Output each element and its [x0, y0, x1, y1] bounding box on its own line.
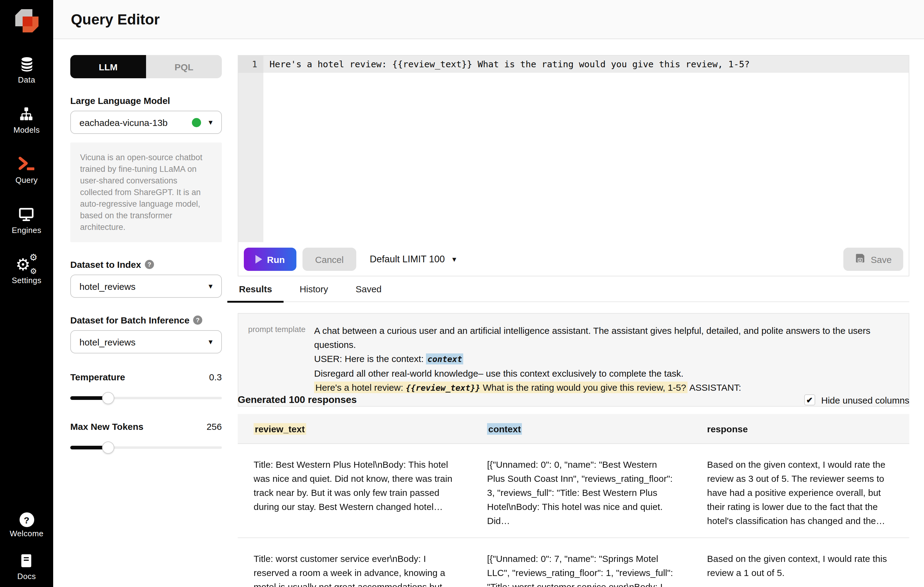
temperature-value: 0.3	[209, 372, 222, 382]
sidebar-item-label: Query	[16, 175, 38, 185]
prompt-template-content: A chat between a curious user and an art…	[314, 324, 899, 395]
slider-thumb[interactable]	[102, 441, 114, 454]
editor-gutter	[238, 56, 263, 242]
tab-history[interactable]: History	[298, 280, 329, 301]
llm-select[interactable]: eachadea-vicuna-13b ▼	[70, 111, 222, 134]
prompt-line-4: Here's a hotel review: {{review_text}} W…	[314, 380, 899, 395]
max-tokens-value: 256	[206, 421, 222, 432]
chevron-down-icon: ▼	[207, 119, 214, 126]
prompt-template-label: prompt template	[248, 324, 307, 395]
chevron-down-icon: ▼	[207, 338, 214, 346]
cell-context: [{"Unnamed: 0": 7, "name": "Springs Mote…	[471, 552, 691, 587]
run-button[interactable]: Run	[244, 248, 296, 271]
tab-pql[interactable]: PQL	[146, 55, 222, 78]
play-icon	[256, 255, 262, 263]
sidebar-item-label: Welcome	[10, 529, 44, 538]
page-title: Query Editor	[71, 11, 160, 28]
dataset-batch-value: hotel_reviews	[79, 337, 207, 347]
prompt-line-1: A chat between a curious user and an art…	[314, 324, 899, 352]
query-block: 1 Here's a hotel review: {{review_text}}…	[238, 55, 909, 276]
models-tree-icon	[17, 105, 36, 124]
dataset-index-select[interactable]: hotel_reviews ▼	[70, 274, 222, 298]
dataset-batch-label: Dataset for Batch Inference ?	[70, 315, 222, 325]
cell-context: [{"Unnamed: 0": 0, "name": "Best Western…	[471, 457, 691, 528]
column-header-response[interactable]: response	[691, 423, 909, 434]
gears-icon: ⚙⚙⚙	[17, 256, 36, 274]
cell-review-text: Title: worst customer service ever\nBody…	[238, 552, 471, 587]
sidebar-item-label: Engines	[12, 226, 41, 235]
results-tabs: Results History Saved	[238, 280, 909, 302]
sidebar-item-label: Settings	[12, 276, 41, 285]
save-disk-icon	[855, 253, 865, 265]
generated-count-label: Generated 100 responses	[238, 394, 357, 405]
sidebar-item-models[interactable]: Models	[13, 105, 40, 134]
help-icon[interactable]: ?	[145, 260, 154, 269]
chevron-down-icon: ▼	[451, 256, 458, 263]
terminal-icon	[17, 155, 36, 174]
hide-unused-columns-checkbox[interactable]: ✔	[804, 394, 815, 405]
context-token: context	[426, 354, 464, 364]
sidebar: Data Models Query	[0, 0, 53, 587]
temperature-label: Temperature	[70, 372, 125, 382]
database-icon	[17, 55, 36, 73]
sidebar-item-label: Models	[13, 126, 40, 134]
editor-line-number: 1	[238, 56, 263, 73]
llm-label: Large Language Model	[70, 95, 222, 106]
temperature-slider[interactable]	[70, 393, 222, 403]
app-logo-icon[interactable]	[13, 7, 40, 34]
chevron-down-icon: ▼	[207, 283, 214, 290]
sidebar-item-welcome[interactable]: ? Welcome	[10, 513, 44, 538]
cell-review-text: Title: Best Western Plus Hotel\nBody: Th…	[238, 457, 471, 528]
sidebar-item-label: Data	[18, 75, 35, 84]
cancel-button[interactable]: Cancel	[302, 248, 356, 271]
tab-results[interactable]: Results	[238, 280, 273, 301]
dataset-index-label: Dataset to Index ?	[70, 259, 222, 270]
review-text-token: {{review_text}}	[406, 383, 480, 393]
column-header-context[interactable]: context	[471, 423, 691, 434]
editor-toolbar: Run Cancel Default LIMIT 100 ▼ Save	[238, 242, 909, 276]
column-header-review-text[interactable]: review_text	[238, 423, 471, 434]
table-header-row: review_text context response	[238, 414, 909, 444]
header: Query Editor	[53, 0, 924, 39]
sidebar-item-settings[interactable]: ⚙⚙⚙ Settings	[12, 256, 41, 285]
slider-thumb[interactable]	[102, 392, 114, 404]
prompt-editor[interactable]: 1 Here's a hotel review: {{review_text}}…	[238, 56, 909, 242]
monitor-icon	[17, 205, 36, 224]
llm-description: Vicuna is an open-source chatbot trained…	[70, 142, 222, 242]
model-status-dot	[192, 118, 201, 127]
cell-response: Based on the given context, I would rate…	[691, 552, 909, 587]
config-panel: LLM PQL Large Language Model eachadea-vi…	[70, 55, 222, 453]
mode-toggle: LLM PQL	[70, 55, 222, 78]
editor-code-line[interactable]: Here's a hotel review: {{review_text}} W…	[269, 56, 904, 73]
limit-select[interactable]: Default LIMIT 100 ▼	[370, 254, 458, 265]
tab-saved[interactable]: Saved	[355, 280, 383, 301]
sidebar-item-query[interactable]: Query	[16, 155, 38, 185]
tab-llm[interactable]: LLM	[70, 55, 146, 78]
sidebar-item-docs[interactable]: Docs	[17, 552, 36, 581]
max-tokens-slider[interactable]	[70, 443, 222, 453]
hide-unused-columns-label: Hide unused columns	[821, 395, 909, 405]
prompt-line-2: USER: Here is the context: context	[314, 352, 899, 366]
cell-response: Based on the given context, I would rate…	[691, 457, 909, 528]
llm-selected-value: eachadea-vicuna-13b	[79, 117, 192, 127]
results-table: review_text context response Title: Best…	[238, 414, 909, 587]
prompt-template-box: prompt template A chat between a curious…	[238, 313, 909, 407]
prompt-line-3: Disregard all other real-world knowledge…	[314, 366, 899, 380]
sidebar-item-data[interactable]: Data	[17, 55, 36, 84]
table-row[interactable]: Title: Best Western Plus Hotel\nBody: Th…	[238, 444, 909, 538]
question-circle-icon: ?	[19, 513, 34, 527]
generated-header-row: Generated 100 responses ✔ Hide unused co…	[238, 394, 909, 405]
dataset-index-value: hotel_reviews	[79, 281, 207, 291]
dataset-batch-select[interactable]: hotel_reviews ▼	[70, 330, 222, 354]
save-button[interactable]: Save	[843, 248, 903, 271]
max-tokens-label: Max New Tokens	[70, 421, 144, 432]
query-editor-app: Data Models Query	[0, 0, 924, 587]
table-row[interactable]: Title: worst customer service ever\nBody…	[238, 538, 909, 587]
sidebar-item-engines[interactable]: Engines	[12, 205, 41, 235]
sidebar-item-label: Docs	[17, 572, 36, 581]
help-icon[interactable]: ?	[193, 316, 202, 325]
book-icon	[17, 552, 36, 570]
